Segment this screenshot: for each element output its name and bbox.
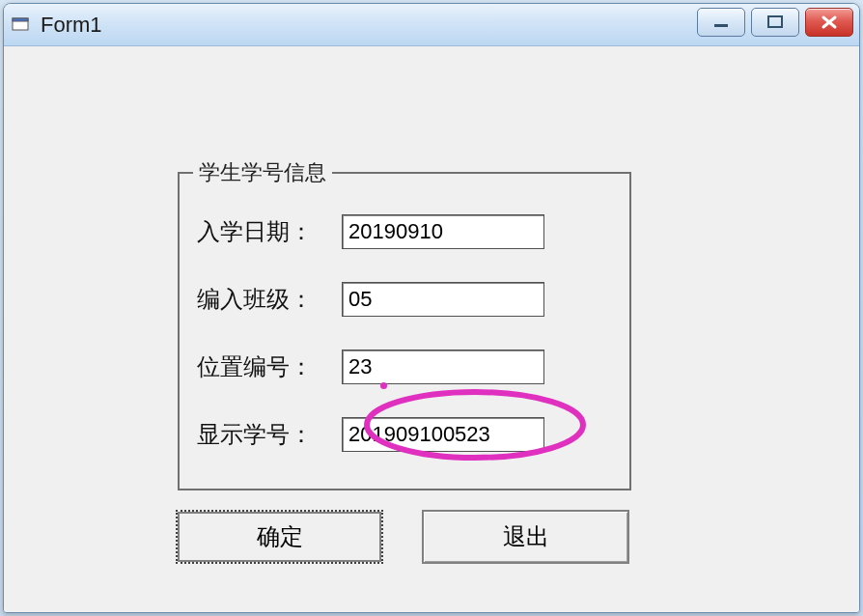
maximize-button[interactable] (751, 8, 799, 37)
svg-rect-2 (714, 24, 728, 27)
titlebar[interactable]: Form1 (4, 4, 859, 46)
input-class[interactable] (342, 282, 544, 317)
input-enroll-date[interactable] (342, 214, 544, 249)
close-button[interactable] (805, 8, 853, 37)
client-area: 学生学号信息 入学日期： 编入班级： 位置编号： 显示学号： (4, 46, 859, 612)
exit-button[interactable]: 退出 (422, 510, 629, 564)
input-result[interactable] (342, 417, 544, 452)
input-position[interactable] (342, 350, 544, 384)
minimize-icon (711, 15, 731, 29)
window-controls (697, 8, 853, 37)
label-enroll-date: 入学日期： (197, 216, 342, 247)
minimize-button[interactable] (697, 8, 745, 37)
student-id-groupbox: 学生学号信息 入学日期： 编入班级： 位置编号： 显示学号： (178, 172, 631, 490)
svg-rect-1 (13, 18, 28, 21)
label-class: 编入班级： (197, 284, 342, 315)
row-result: 显示学号： (197, 417, 612, 452)
row-position: 位置编号： (197, 350, 612, 384)
row-class: 编入班级： (197, 282, 612, 317)
groupbox-legend: 学生学号信息 (193, 158, 332, 187)
close-icon (820, 14, 839, 30)
ok-button[interactable]: 确定 (176, 510, 383, 564)
window-frame: Form1 (3, 3, 860, 613)
maximize-icon (766, 14, 785, 30)
label-result: 显示学号： (197, 419, 342, 450)
buttons-row: 确定 退出 (176, 510, 629, 564)
label-position: 位置编号： (197, 351, 342, 382)
svg-rect-3 (768, 16, 782, 27)
window-title: Form1 (41, 13, 102, 38)
app-icon (12, 15, 31, 35)
row-enroll-date: 入学日期： (197, 214, 612, 249)
